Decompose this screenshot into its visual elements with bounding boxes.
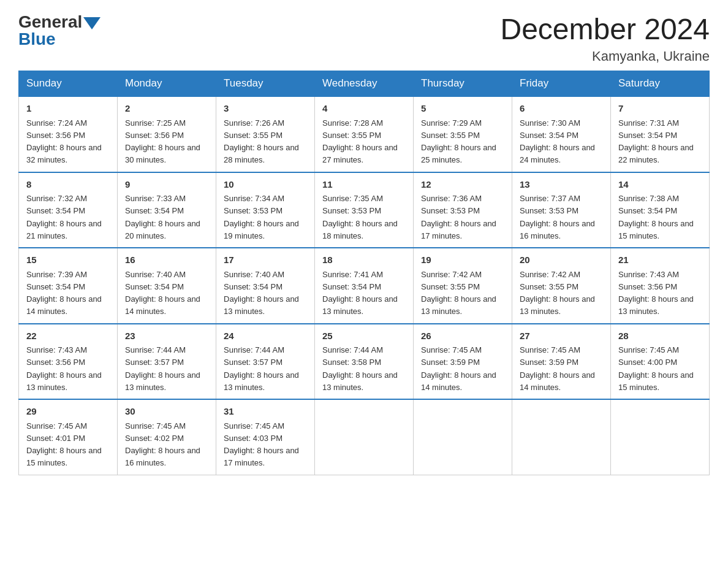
day-number: 5: [421, 102, 504, 116]
day-info: Sunrise: 7:44 AMSunset: 3:58 PMDaylight:…: [322, 345, 398, 392]
calendar-table: SundayMondayTuesdayWednesdayThursdayFrid…: [18, 71, 710, 475]
day-info: Sunrise: 7:24 AMSunset: 3:56 PMDaylight:…: [26, 118, 102, 165]
day-number: 23: [125, 329, 208, 343]
calendar-week-row: 1 Sunrise: 7:24 AMSunset: 3:56 PMDayligh…: [19, 96, 710, 172]
weekday-header-tuesday: Tuesday: [216, 71, 315, 97]
calendar-cell: 6 Sunrise: 7:30 AMSunset: 3:54 PMDayligh…: [512, 96, 611, 172]
calendar-week-row: 8 Sunrise: 7:32 AMSunset: 3:54 PMDayligh…: [19, 172, 710, 248]
day-number: 26: [421, 329, 504, 343]
day-info: Sunrise: 7:41 AMSunset: 3:54 PMDaylight:…: [322, 270, 398, 316]
calendar-cell: 26 Sunrise: 7:45 AMSunset: 3:59 PMDaylig…: [414, 324, 512, 400]
day-info: Sunrise: 7:26 AMSunset: 3:55 PMDaylight:…: [224, 118, 299, 165]
day-info: Sunrise: 7:42 AMSunset: 3:55 PMDaylight:…: [421, 270, 496, 316]
calendar-cell: 20 Sunrise: 7:42 AMSunset: 3:55 PMDaylig…: [512, 248, 611, 324]
calendar-cell: 13 Sunrise: 7:37 AMSunset: 3:53 PMDaylig…: [512, 172, 611, 248]
calendar-cell: 29 Sunrise: 7:45 AMSunset: 4:01 PMDaylig…: [19, 399, 118, 475]
calendar-cell: 1 Sunrise: 7:24 AMSunset: 3:56 PMDayligh…: [19, 96, 118, 172]
day-number: 14: [618, 178, 702, 192]
logo-triangle-icon: [83, 17, 100, 29]
calendar-cell: 25 Sunrise: 7:44 AMSunset: 3:58 PMDaylig…: [315, 324, 414, 400]
calendar-cell: 8 Sunrise: 7:32 AMSunset: 3:54 PMDayligh…: [19, 172, 118, 248]
day-info: Sunrise: 7:36 AMSunset: 3:53 PMDaylight:…: [421, 194, 496, 240]
day-info: Sunrise: 7:40 AMSunset: 3:54 PMDaylight:…: [125, 270, 200, 316]
day-number: 29: [26, 405, 110, 419]
day-info: Sunrise: 7:28 AMSunset: 3:55 PMDaylight:…: [322, 118, 398, 165]
day-info: Sunrise: 7:44 AMSunset: 3:57 PMDaylight:…: [125, 345, 200, 392]
day-number: 11: [322, 178, 406, 192]
calendar-cell: 3 Sunrise: 7:26 AMSunset: 3:55 PMDayligh…: [216, 96, 315, 172]
weekday-header-saturday: Saturday: [611, 71, 710, 97]
day-number: 20: [520, 253, 603, 267]
day-info: Sunrise: 7:30 AMSunset: 3:54 PMDaylight:…: [520, 118, 595, 165]
calendar-cell: 12 Sunrise: 7:36 AMSunset: 3:53 PMDaylig…: [414, 172, 512, 248]
calendar-cell: [414, 399, 512, 475]
calendar-header-row: SundayMondayTuesdayWednesdayThursdayFrid…: [19, 71, 710, 97]
calendar-cell: 21 Sunrise: 7:43 AMSunset: 3:56 PMDaylig…: [611, 248, 710, 324]
day-info: Sunrise: 7:45 AMSunset: 4:03 PMDaylight:…: [224, 421, 299, 468]
title-area: December 2024 Kamyanka, Ukraine: [500, 12, 710, 64]
calendar-week-row: 29 Sunrise: 7:45 AMSunset: 4:01 PMDaylig…: [19, 399, 710, 475]
calendar-cell: 22 Sunrise: 7:43 AMSunset: 3:56 PMDaylig…: [19, 324, 118, 400]
day-number: 27: [520, 329, 603, 343]
calendar-week-row: 15 Sunrise: 7:39 AMSunset: 3:54 PMDaylig…: [19, 248, 710, 324]
day-number: 17: [224, 253, 307, 267]
day-number: 3: [224, 102, 307, 116]
day-number: 22: [26, 329, 110, 343]
calendar-cell: 23 Sunrise: 7:44 AMSunset: 3:57 PMDaylig…: [118, 324, 216, 400]
day-info: Sunrise: 7:43 AMSunset: 3:56 PMDaylight:…: [618, 270, 694, 316]
day-info: Sunrise: 7:31 AMSunset: 3:54 PMDaylight:…: [618, 118, 694, 165]
day-number: 8: [26, 178, 110, 192]
calendar-cell: 11 Sunrise: 7:35 AMSunset: 3:53 PMDaylig…: [315, 172, 414, 248]
day-number: 16: [125, 253, 208, 267]
calendar-cell: [315, 399, 414, 475]
day-info: Sunrise: 7:37 AMSunset: 3:53 PMDaylight:…: [520, 194, 595, 240]
day-info: Sunrise: 7:38 AMSunset: 3:54 PMDaylight:…: [618, 194, 694, 240]
calendar-cell: 18 Sunrise: 7:41 AMSunset: 3:54 PMDaylig…: [315, 248, 414, 324]
weekday-header-wednesday: Wednesday: [315, 71, 414, 97]
day-info: Sunrise: 7:29 AMSunset: 3:55 PMDaylight:…: [421, 118, 496, 165]
calendar-cell: [512, 399, 611, 475]
day-number: 12: [421, 178, 504, 192]
weekday-header-monday: Monday: [118, 71, 216, 97]
day-info: Sunrise: 7:25 AMSunset: 3:56 PMDaylight:…: [125, 118, 200, 165]
day-number: 6: [520, 102, 603, 116]
weekday-header-friday: Friday: [512, 71, 611, 97]
day-info: Sunrise: 7:45 AMSunset: 4:02 PMDaylight:…: [125, 421, 200, 468]
calendar-cell: 15 Sunrise: 7:39 AMSunset: 3:54 PMDaylig…: [19, 248, 118, 324]
weekday-header-thursday: Thursday: [414, 71, 512, 97]
calendar-cell: 24 Sunrise: 7:44 AMSunset: 3:57 PMDaylig…: [216, 324, 315, 400]
calendar-cell: 19 Sunrise: 7:42 AMSunset: 3:55 PMDaylig…: [414, 248, 512, 324]
calendar-cell: 30 Sunrise: 7:45 AMSunset: 4:02 PMDaylig…: [118, 399, 216, 475]
calendar-cell: 9 Sunrise: 7:33 AMSunset: 3:54 PMDayligh…: [118, 172, 216, 248]
month-title: December 2024: [500, 12, 710, 46]
calendar-cell: 2 Sunrise: 7:25 AMSunset: 3:56 PMDayligh…: [118, 96, 216, 172]
day-number: 19: [421, 253, 504, 267]
day-number: 28: [618, 329, 702, 343]
day-number: 10: [224, 178, 307, 192]
day-number: 7: [618, 102, 702, 116]
calendar-cell: 27 Sunrise: 7:45 AMSunset: 3:59 PMDaylig…: [512, 324, 611, 400]
calendar-cell: 10 Sunrise: 7:34 AMSunset: 3:53 PMDaylig…: [216, 172, 315, 248]
day-info: Sunrise: 7:33 AMSunset: 3:54 PMDaylight:…: [125, 194, 200, 240]
logo: General Blue: [18, 12, 100, 49]
day-info: Sunrise: 7:45 AMSunset: 3:59 PMDaylight:…: [520, 345, 595, 392]
day-info: Sunrise: 7:34 AMSunset: 3:53 PMDaylight:…: [224, 194, 299, 240]
day-number: 9: [125, 178, 208, 192]
day-info: Sunrise: 7:39 AMSunset: 3:54 PMDaylight:…: [26, 270, 102, 316]
day-number: 21: [618, 253, 702, 267]
day-number: 18: [322, 253, 406, 267]
calendar-cell: 14 Sunrise: 7:38 AMSunset: 3:54 PMDaylig…: [611, 172, 710, 248]
day-info: Sunrise: 7:45 AMSunset: 4:00 PMDaylight:…: [618, 345, 694, 392]
calendar-cell: 31 Sunrise: 7:45 AMSunset: 4:03 PMDaylig…: [216, 399, 315, 475]
day-info: Sunrise: 7:40 AMSunset: 3:54 PMDaylight:…: [224, 270, 299, 316]
day-number: 2: [125, 102, 208, 116]
day-number: 31: [224, 405, 307, 419]
calendar-cell: 28 Sunrise: 7:45 AMSunset: 4:00 PMDaylig…: [611, 324, 710, 400]
calendar-cell: 4 Sunrise: 7:28 AMSunset: 3:55 PMDayligh…: [315, 96, 414, 172]
calendar-cell: 7 Sunrise: 7:31 AMSunset: 3:54 PMDayligh…: [611, 96, 710, 172]
day-number: 24: [224, 329, 307, 343]
day-info: Sunrise: 7:44 AMSunset: 3:57 PMDaylight:…: [224, 345, 299, 392]
day-info: Sunrise: 7:45 AMSunset: 4:01 PMDaylight:…: [26, 421, 102, 468]
calendar-cell: 5 Sunrise: 7:29 AMSunset: 3:55 PMDayligh…: [414, 96, 512, 172]
day-number: 25: [322, 329, 406, 343]
